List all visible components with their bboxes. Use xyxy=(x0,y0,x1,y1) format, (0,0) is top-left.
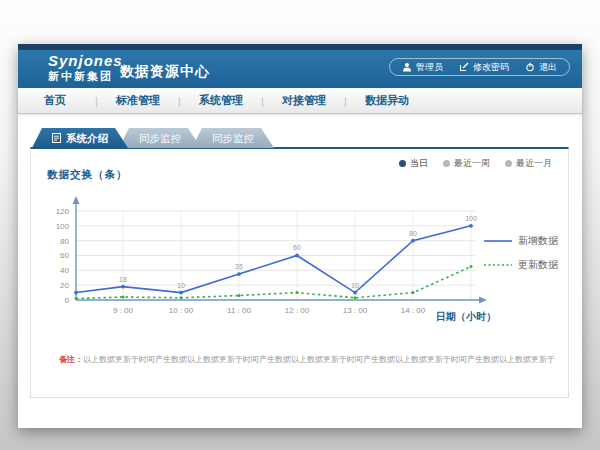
user-icon xyxy=(402,62,412,72)
logout-button[interactable]: 退出 xyxy=(525,61,557,74)
power-icon xyxy=(525,62,535,72)
legend-label: 新增数据 xyxy=(518,234,558,248)
edit-icon xyxy=(459,62,469,72)
footnote: 备注：以上数据更新于时间产生数据以上数据更新于时间产生数据以上数据更新于时间产生… xyxy=(59,354,559,365)
svg-text:11 : 00: 11 : 00 xyxy=(227,306,251,315)
footnote-text: 以上数据更新于时间产生数据以上数据更新于时间产生数据以上数据更新于时间产生数据以… xyxy=(83,355,555,364)
chart-tick-labels: 0204060801001209 : 0010 : 0011 : 0012 : … xyxy=(56,207,426,315)
chart-series-0: 181035601080100 xyxy=(74,215,477,295)
radio-dot xyxy=(399,160,406,167)
range-option-label: 最近一月 xyxy=(516,157,552,170)
range-option-label: 当日 xyxy=(410,157,428,170)
svg-text:60: 60 xyxy=(293,244,301,251)
tab-label: 同步监控 xyxy=(212,128,254,148)
logout-label: 退出 xyxy=(539,61,557,74)
chart-y-axis-title: 数据交换（条） xyxy=(47,168,128,182)
svg-text:18: 18 xyxy=(119,276,127,283)
chart-x-axis-title: 日期（小时） xyxy=(436,311,496,322)
svg-text:100: 100 xyxy=(465,215,477,222)
tab-bar: 系统介绍同步监控同步监控 xyxy=(32,128,274,148)
user-name: 管理员 xyxy=(416,61,443,74)
svg-text:9 : 00: 9 : 00 xyxy=(113,306,134,315)
change-password-button[interactable]: 修改密码 xyxy=(459,61,509,74)
nav-item-3[interactable]: 对接管理 xyxy=(267,93,341,108)
legend-item-1: 更新数据 xyxy=(484,258,558,272)
svg-text:0: 0 xyxy=(65,296,70,305)
nav-item-0[interactable]: 首页 xyxy=(18,93,92,108)
svg-text:10 : 00: 10 : 00 xyxy=(169,306,194,315)
svg-text:14 : 00: 14 : 00 xyxy=(401,306,426,315)
main-nav: 首页|标准管理|系统管理|对接管理|数据异动 xyxy=(18,88,582,114)
line-chart: 0204060801001209 : 0010 : 0011 : 0012 : … xyxy=(39,186,509,336)
range-option-label: 最近一周 xyxy=(454,157,490,170)
desktop-background: Synjones 新中新集团 数据资源中心 管理员 修改密 xyxy=(0,0,600,450)
tab-2[interactable]: 同步监控 xyxy=(192,128,274,148)
logo-subtext: 新中新集团 xyxy=(48,70,123,82)
page-title: 数据资源中心 xyxy=(120,63,210,81)
svg-text:120: 120 xyxy=(56,207,70,216)
chart-gridlines xyxy=(76,211,475,300)
tab-label: 系统介绍 xyxy=(66,128,108,148)
legend-line-sample xyxy=(484,261,512,269)
legend-line-sample xyxy=(484,237,512,245)
svg-text:20: 20 xyxy=(60,281,69,290)
document-icon xyxy=(52,133,61,143)
svg-text:100: 100 xyxy=(56,222,70,231)
radio-dot xyxy=(443,160,450,167)
user-menu[interactable]: 管理员 xyxy=(402,61,443,74)
user-toolbar: 管理员 修改密码 退出 xyxy=(389,58,570,76)
tab-0[interactable]: 系统介绍 xyxy=(32,128,128,148)
legend-item-0: 新增数据 xyxy=(484,234,558,248)
nav-divider: | xyxy=(175,95,184,107)
footnote-label: 备注： xyxy=(59,355,83,364)
svg-text:12 : 00: 12 : 00 xyxy=(285,306,310,315)
app-header: Synjones 新中新集团 数据资源中心 管理员 修改密 xyxy=(18,50,582,88)
svg-text:80: 80 xyxy=(60,237,69,246)
nav-item-1[interactable]: 标准管理 xyxy=(101,93,175,108)
tab-label: 同步监控 xyxy=(139,128,181,148)
svg-text:60: 60 xyxy=(60,251,69,260)
nav-divider: | xyxy=(341,95,350,107)
svg-text:10: 10 xyxy=(351,282,359,289)
svg-text:35: 35 xyxy=(235,263,243,270)
nav-divider: | xyxy=(92,95,101,107)
radio-dot xyxy=(505,160,512,167)
nav-item-4[interactable]: 数据异动 xyxy=(350,93,424,108)
svg-text:13 : 00: 13 : 00 xyxy=(343,306,368,315)
svg-text:40: 40 xyxy=(60,266,69,275)
app-window: Synjones 新中新集团 数据资源中心 管理员 修改密 xyxy=(18,44,582,428)
svg-text:80: 80 xyxy=(409,230,417,237)
nav-divider: | xyxy=(258,95,267,107)
nav-item-2[interactable]: 系统管理 xyxy=(184,93,258,108)
content-panel: 当日最近一周最近一月 数据交换（条） 0204060801001209 : 00… xyxy=(30,147,569,398)
range-option-1[interactable]: 最近一周 xyxy=(443,157,490,170)
company-logo: Synjones 新中新集团 xyxy=(48,53,123,82)
range-option-2[interactable]: 最近一月 xyxy=(505,157,552,170)
range-option-0[interactable]: 当日 xyxy=(399,157,428,170)
svg-text:10: 10 xyxy=(177,282,185,289)
chart-legend: 新增数据更新数据 xyxy=(484,234,558,282)
time-range-options: 当日最近一周最近一月 xyxy=(399,157,552,170)
legend-label: 更新数据 xyxy=(518,258,558,272)
change-password-label: 修改密码 xyxy=(473,61,509,74)
tab-1[interactable]: 同步监控 xyxy=(119,128,201,148)
logo-text: Synjones xyxy=(48,53,123,70)
